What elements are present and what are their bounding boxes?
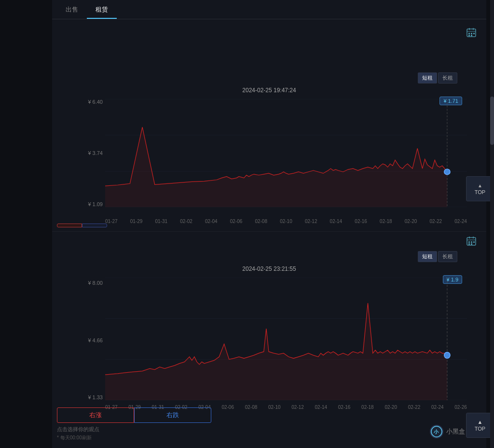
y-label-2-bot: ¥ 1.33 [88,394,103,400]
x-label: 02-24 [454,219,467,224]
calendar-icon-2[interactable] [465,235,478,247]
y-axis-1: ¥ 6.40 ¥ 3.74 ¥ 1.09 [57,99,103,207]
svg-rect-7 [468,35,470,36]
svg-rect-20 [468,241,470,243]
fall-button[interactable]: 右跌 [134,407,211,423]
rise-button[interactable]: 右涨 [57,407,134,423]
tab-rental[interactable]: 租赁 [87,1,117,19]
y-axis-2: ¥ 8.00 ¥ 4.66 ¥ 1.33 [57,280,103,400]
timestamp-label-2: 2024-02-25 23:21:55 [52,266,486,272]
svg-rect-6 [473,33,475,34]
long-rent-btn-1[interactable]: 长租 [438,72,457,84]
short-rent-btn-2[interactable]: 短租 [418,251,437,262]
logo-area: 小 小黑盒 [430,425,465,438]
x-label: 02-12 [305,219,317,224]
x-label: 01-29 [130,219,143,224]
tab-bar: 出售 租赁 [52,0,486,19]
svg-rect-23 [468,243,470,245]
svg-rect-4 [468,33,470,34]
svg-marker-30 [105,303,447,400]
top-label-2: TOP [475,426,485,432]
rent-toggle-1: 短租 长租 [418,72,457,84]
short-rent-btn-1[interactable]: 短租 [418,72,437,84]
chart-area-2 [105,278,467,400]
footer-hint: 点击选择你的观点 [57,426,467,433]
tab-sale[interactable]: 出售 [57,1,87,19]
x-label: 02-06 [230,219,243,224]
footer-note: * 每天00:00刷新 [57,434,467,441]
arrow-up-icon-1: ▲ [478,183,482,188]
svg-rect-21 [471,241,472,243]
top-label-1: TOP [475,189,485,195]
svg-text:小: 小 [433,429,439,434]
svg-rect-24 [471,243,472,245]
svg-point-15 [444,169,450,175]
svg-rect-22 [473,241,475,243]
chart-area-1 [105,99,467,207]
chart1-bottom-tabs [57,224,107,227]
btn-pair: 右涨 右跌 [57,407,211,423]
calendar-icon-1[interactable] [465,26,478,39]
y-label-1-bot: ¥ 1.09 [88,201,103,207]
x-label: 02-16 [355,219,367,224]
x-label: 02-04 [205,219,218,224]
logo-text: 小黑盒 [446,427,465,436]
long-rent-btn-2[interactable]: 长租 [438,251,457,262]
rent-toggle-2: 短租 长租 [418,251,457,262]
x-label: 02-22 [430,219,442,224]
logo-icon: 小 [430,425,443,438]
svg-point-31 [444,352,450,359]
tab-pill-2[interactable] [82,224,107,227]
scrollbar[interactable] [490,0,494,448]
x-label: 02-10 [280,219,292,224]
x-label: 02-20 [405,219,417,224]
chart-section-1: 短租 长租 2024-02-25 19:47:24 ¥ 1.71 ¥ 6.40 … [52,19,486,232]
y-label-2-mid: ¥ 4.66 [88,337,103,343]
tab-pill-1[interactable] [57,224,82,227]
svg-rect-8 [471,35,472,36]
svg-marker-14 [105,127,447,207]
x-label: 01-31 [155,219,167,224]
svg-rect-5 [471,33,472,34]
y-label-1-mid: ¥ 3.74 [88,150,103,156]
x-label: 02-02 [180,219,192,224]
footer-area: 右涨 右跌 点击选择你的观点 * 每天00:00刷新 [57,407,467,441]
timestamp-label-1: 2024-02-25 19:47:24 [52,87,486,94]
chart-section-2: 短租 长租 2024-02-25 23:21:55 ¥ 1.9 ¥ 8.00 ¥… [52,232,486,448]
x-label: 02-14 [330,219,343,224]
x-label: 02-08 [255,219,267,224]
y-label-2-top: ¥ 8.00 [88,280,103,286]
scrollbar-thumb[interactable] [490,97,494,145]
y-label-1-top: ¥ 6.40 [88,99,103,105]
x-axis-1: 01-27 01-29 01-31 02-02 02-04 02-06 02-0… [105,219,467,224]
x-label: 02-18 [380,219,392,224]
arrow-up-icon-2: ▲ [478,419,483,425]
